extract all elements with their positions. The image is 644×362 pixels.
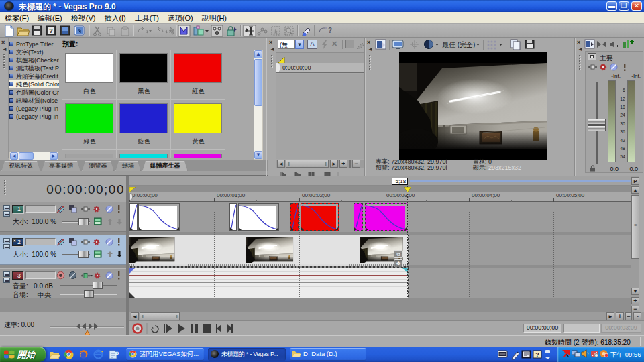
svg-text:?: ? <box>535 351 539 358</box>
svg-text:?: ? <box>49 27 53 34</box>
svg-text:最佳 (完全): 最佳 (完全) <box>442 41 475 48</box>
svg-text:?: ? <box>328 27 332 34</box>
